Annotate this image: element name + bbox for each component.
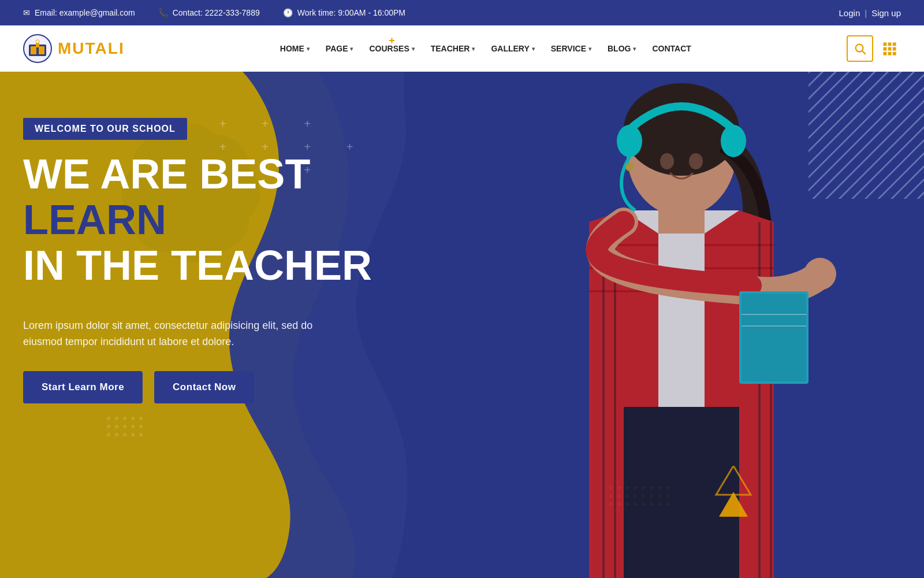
- svg-marker-58: [716, 466, 751, 495]
- email-text: Email: example@gmail.com: [35, 8, 135, 17]
- svg-rect-13: [893, 47, 896, 51]
- svg-rect-12: [888, 47, 892, 51]
- svg-point-21: [123, 417, 126, 420]
- student-silhouette: [439, 72, 924, 578]
- svg-rect-3: [39, 46, 44, 54]
- svg-point-79: [617, 125, 642, 157]
- grid-button[interactable]: [878, 37, 901, 60]
- svg-point-33: [139, 433, 143, 436]
- start-learn-button[interactable]: Start Learn More: [23, 371, 143, 403]
- nav-item-contact[interactable]: CONTACT: [645, 39, 698, 58]
- nav-item-gallery[interactable]: GALLERY ▾: [484, 39, 541, 58]
- logo-text: MUTALI: [58, 39, 125, 58]
- svg-point-30: [115, 433, 118, 436]
- dot-row: · · · · · · · · · · · · · ·: [23, 303, 416, 308]
- nav-item-blog[interactable]: BLOG ▾: [601, 39, 643, 58]
- dots-left: [104, 414, 162, 445]
- hero-description: Lorem ipsum dolor sit amet, consectetur …: [23, 317, 346, 351]
- search-icon: [854, 42, 866, 55]
- phone-text: Contact: 2222-333-7889: [173, 8, 260, 17]
- nav-item-teacher[interactable]: TEACHER ▾: [424, 39, 482, 58]
- svg-line-7: [862, 51, 865, 54]
- svg-rect-11: [884, 47, 887, 51]
- worktime-info: 🕐 Work time: 9:00AM - 16:00PM: [283, 8, 405, 17]
- nav-item-service[interactable]: SERVICE ▾: [544, 39, 598, 58]
- svg-rect-8: [884, 43, 887, 46]
- contact-now-button[interactable]: Contact Now: [154, 371, 254, 403]
- triangle-decorations: [710, 466, 757, 520]
- svg-point-86: [625, 163, 634, 171]
- top-bar-left: ✉ Email: example@gmail.com 📞 Contact: 22…: [23, 8, 405, 17]
- svg-point-31: [123, 433, 126, 436]
- svg-rect-9: [888, 43, 892, 46]
- svg-point-29: [107, 433, 110, 436]
- svg-point-26: [123, 425, 126, 428]
- svg-point-20: [115, 417, 118, 420]
- svg-point-25: [115, 425, 118, 428]
- svg-rect-2: [31, 46, 36, 54]
- email-icon: ✉: [23, 8, 30, 17]
- nav-actions: [847, 35, 901, 62]
- svg-point-22: [131, 417, 135, 420]
- svg-point-24: [107, 425, 110, 428]
- svg-rect-15: [888, 52, 892, 55]
- hero-title-highlight: LEARN: [23, 197, 166, 243]
- svg-point-32: [131, 433, 135, 436]
- email-info: ✉ Email: example@gmail.com: [23, 8, 135, 17]
- nav-item-page[interactable]: PAGE ▾: [319, 39, 360, 58]
- hero-title: WE ARE BEST LEARN IN THE TEACHER: [23, 151, 416, 289]
- svg-point-78: [804, 258, 836, 290]
- nav-menu: HOME ▾ PAGE ▾ + COURSES ▾ TEACHER ▾ GALL…: [273, 39, 698, 58]
- nav-item-courses[interactable]: + COURSES ▾: [362, 39, 421, 58]
- grid-icon: [881, 40, 897, 57]
- hero-buttons: Start Learn More Contact Now: [23, 371, 416, 403]
- top-bar-right: Login | Sign up: [839, 8, 901, 18]
- svg-point-80: [721, 125, 746, 157]
- hero-title-white2: IN THE TEACHER: [23, 242, 372, 288]
- hero-content: WELCOME TO OUR SCHOOL WE ARE BEST LEARN …: [23, 118, 416, 403]
- welcome-badge: WELCOME TO OUR SCHOOL: [23, 118, 187, 140]
- phone-icon: 📞: [158, 8, 168, 17]
- svg-point-65: [624, 83, 739, 176]
- svg-rect-16: [893, 52, 896, 55]
- hero-section: + + + + + + + + + +: [0, 72, 924, 578]
- svg-point-67: [689, 153, 703, 169]
- svg-point-19: [107, 417, 110, 420]
- svg-rect-10: [893, 43, 896, 46]
- logo-icon: [23, 34, 52, 63]
- nav-item-home[interactable]: HOME ▾: [273, 39, 316, 58]
- top-bar: ✉ Email: example@gmail.com 📞 Contact: 22…: [0, 0, 924, 25]
- clock-icon: 🕐: [283, 8, 293, 17]
- svg-point-5: [36, 40, 39, 43]
- login-link[interactable]: Login: [839, 8, 860, 18]
- search-button[interactable]: [847, 35, 873, 62]
- svg-point-23: [139, 417, 143, 420]
- svg-rect-14: [884, 52, 887, 55]
- svg-rect-77: [658, 199, 705, 234]
- svg-point-66: [660, 153, 674, 169]
- divider: |: [865, 8, 867, 18]
- svg-point-28: [139, 425, 143, 428]
- svg-rect-82: [742, 294, 806, 381]
- hero-title-white1: WE ARE BEST: [23, 151, 310, 197]
- svg-point-27: [131, 425, 135, 428]
- student-image-area: [439, 72, 924, 578]
- navbar: MUTALI HOME ▾ PAGE ▾ + COURSES ▾ TEACHER…: [0, 25, 924, 72]
- signup-link[interactable]: Sign up: [871, 8, 901, 18]
- logo: MUTALI: [23, 34, 125, 63]
- phone-info: 📞 Contact: 2222-333-7889: [158, 8, 260, 17]
- worktime-text: Work time: 9:00AM - 16:00PM: [297, 8, 405, 17]
